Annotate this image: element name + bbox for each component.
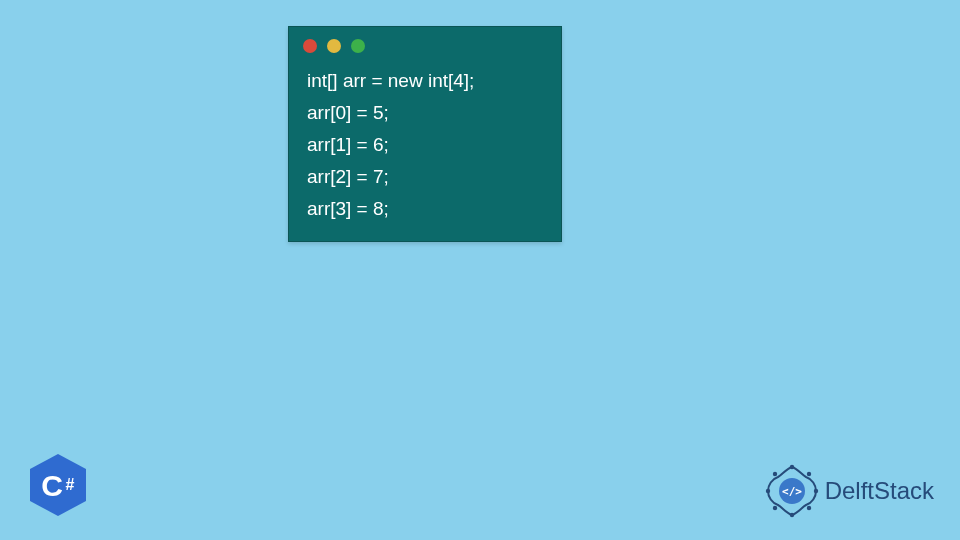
delftstack-emblem-icon: </>	[765, 464, 819, 518]
badge-hash: #	[66, 476, 75, 493]
svg-point-7	[772, 506, 776, 510]
close-icon	[303, 39, 317, 53]
code-line: arr[1] = 6;	[307, 129, 543, 161]
svg-point-6	[789, 513, 793, 517]
svg-point-8	[765, 489, 769, 493]
emblem-code-icon: </>	[782, 485, 802, 498]
code-window: int[] arr = new int[4]; arr[0] = 5; arr[…	[288, 26, 562, 242]
delftstack-logo: </> DelftStack	[765, 464, 934, 518]
csharp-badge-icon: C #	[30, 454, 86, 516]
svg-point-3	[806, 472, 810, 476]
maximize-icon	[351, 39, 365, 53]
svg-point-4	[813, 489, 817, 493]
code-line: int[] arr = new int[4];	[307, 65, 543, 97]
brand-name: DelftStack	[825, 477, 934, 505]
traffic-lights	[289, 27, 561, 59]
svg-point-2	[789, 465, 793, 469]
code-line: arr[0] = 5;	[307, 97, 543, 129]
code-line: arr[2] = 7;	[307, 161, 543, 193]
code-line: arr[3] = 8;	[307, 193, 543, 225]
code-body: int[] arr = new int[4]; arr[0] = 5; arr[…	[289, 59, 561, 241]
svg-point-5	[806, 506, 810, 510]
minimize-icon	[327, 39, 341, 53]
badge-letter: C	[41, 469, 63, 502]
svg-point-9	[772, 472, 776, 476]
